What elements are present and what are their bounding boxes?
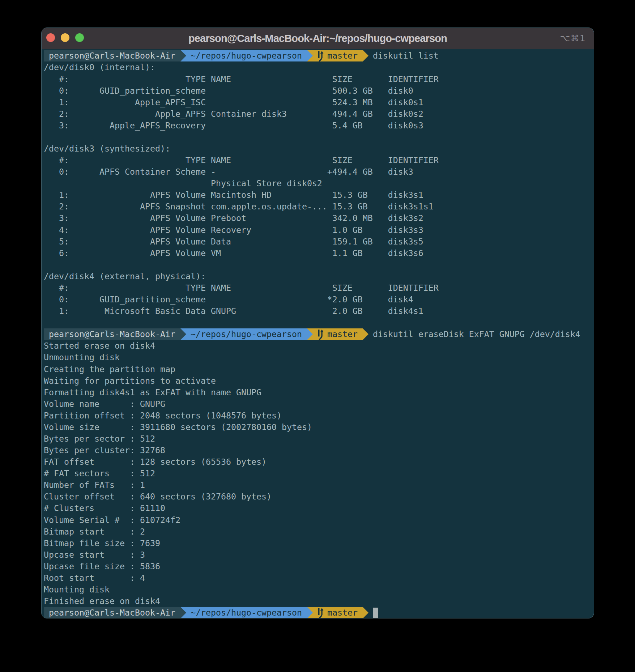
terminal-output-line: Unmounting disk bbox=[44, 352, 594, 363]
terminal-output-line: /dev/disk4 (external, physical): bbox=[44, 271, 594, 282]
prompt-path-segment: ~/repos/hugo-cwpearson bbox=[186, 50, 307, 61]
terminal-output-line: Bitmap start : 2 bbox=[44, 526, 594, 537]
window-titlebar[interactable]: pearson@Carls-MacBook-Air:~/repos/hugo-c… bbox=[42, 28, 594, 49]
prompt-path-segment: ~/repos/hugo-cwpearson bbox=[186, 328, 307, 340]
terminal-output-line: 3: Apple_APFS_Recovery 5.4 GB disk0s3 bbox=[44, 120, 594, 131]
prompt-line: pearson@Carls-MacBook-Air ~/repos/hugo-c… bbox=[44, 607, 594, 618]
terminal-output-line: 5: APFS Volume Data 159.1 GB disk3s5 bbox=[44, 236, 594, 247]
terminal-output-line: 0: GUID_partition_scheme *2.0 GB disk4 bbox=[44, 294, 594, 305]
powerline-arrow-icon bbox=[180, 50, 186, 61]
terminal-output-line: Upcase start : 3 bbox=[44, 549, 594, 561]
terminal-output-line: Root start : 4 bbox=[44, 572, 594, 584]
terminal-output-line: 3: APFS Volume Preboot 342.0 MB disk3s2 bbox=[44, 212, 594, 224]
prompt-git-segment: master bbox=[312, 328, 363, 340]
close-button[interactable] bbox=[46, 33, 55, 42]
terminal-output-line: /dev/disk3 (synthesized): bbox=[44, 143, 594, 154]
terminal-output-line: 0: GUID_partition_scheme 500.3 GB disk0 bbox=[44, 85, 594, 97]
terminal-output-line: Bytes per sector : 512 bbox=[44, 433, 594, 445]
window-title: pearson@Carls-MacBook-Air:~/repos/hugo-c… bbox=[188, 33, 447, 44]
terminal-output-line: Bitmap file size : 7639 bbox=[44, 537, 594, 549]
terminal-output-line: # Clusters : 61110 bbox=[44, 502, 594, 514]
terminal-output-line: Cluster offset : 640 sectors (327680 byt… bbox=[44, 491, 594, 502]
terminal-output-line: 1: APFS Volume Macintosh HD 15.3 GB disk… bbox=[44, 189, 594, 201]
terminal-output-line: FAT offset : 128 sectors (65536 bytes) bbox=[44, 456, 594, 468]
powerline-arrow-icon bbox=[180, 607, 186, 618]
powerline-arrow-icon bbox=[363, 607, 368, 618]
terminal-output-line: #: TYPE NAME SIZE IDENTIFIER bbox=[44, 154, 594, 166]
prompt-user-segment: pearson@Carls-MacBook-Air bbox=[44, 607, 180, 618]
terminal-output-line: 4: APFS Volume Recovery 1.0 GB disk3s3 bbox=[44, 224, 594, 236]
terminal-output-line: Volume name : GNUPG bbox=[44, 398, 594, 410]
prompt-git-segment: master bbox=[312, 50, 363, 61]
terminal-output-line: 6: APFS Volume VM 1.1 GB disk3s6 bbox=[44, 247, 594, 259]
terminal-cursor bbox=[373, 608, 378, 618]
terminal-screen[interactable]: pearson@Carls-MacBook-Air ~/repos/hugo-c… bbox=[42, 50, 594, 618]
terminal-output-line: Volume size : 3911680 sectors (200278016… bbox=[44, 421, 594, 433]
git-branch-label: master bbox=[322, 329, 363, 339]
terminal-output-line: Mounting disk bbox=[44, 584, 594, 595]
terminal-output-line: Finished erase on disk4 bbox=[44, 595, 594, 607]
terminal-window: pearson@Carls-MacBook-Air:~/repos/hugo-c… bbox=[41, 27, 594, 618]
terminal-output-line: 2: Apple_APFS Container disk3 494.4 GB d… bbox=[44, 108, 594, 120]
prompt-user-segment: pearson@Carls-MacBook-Air bbox=[44, 50, 180, 61]
command-text: diskutil eraseDisk ExFAT GNUPG /dev/disk… bbox=[373, 329, 580, 339]
git-branch-label: master bbox=[322, 51, 363, 60]
terminal-output-line: Waiting for partitions to activate bbox=[44, 375, 594, 387]
zoom-button[interactable] bbox=[75, 33, 84, 42]
terminal-output-line: 0: APFS Container Scheme - +494.4 GB dis… bbox=[44, 166, 594, 178]
powerline-arrow-icon bbox=[363, 50, 368, 61]
terminal-output-line: #: TYPE NAME SIZE IDENTIFIER bbox=[44, 73, 594, 85]
terminal-output-line: #: TYPE NAME SIZE IDENTIFIER bbox=[44, 282, 594, 294]
powerline-arrow-icon bbox=[307, 328, 312, 340]
command-text: diskutil list bbox=[373, 51, 439, 60]
powerline-arrow-icon bbox=[307, 50, 312, 61]
minimize-button[interactable] bbox=[61, 33, 69, 42]
powerline-arrow-icon bbox=[363, 328, 368, 340]
terminal-output-line bbox=[44, 131, 594, 143]
terminal-output-line: # FAT sectors : 512 bbox=[44, 468, 594, 479]
terminal-output-line: Physical Store disk0s2 bbox=[44, 178, 594, 189]
terminal-output-line: 1: Microsoft Basic Data GNUPG 2.0 GB dis… bbox=[44, 305, 594, 317]
desktop: { "window": { "title": "pearson@Carls-Ma… bbox=[0, 0, 635, 672]
window-shortcut-badge: ⌥⌘1 bbox=[560, 28, 586, 49]
powerline-arrow-icon bbox=[180, 328, 186, 340]
terminal-output-line: Partition offset : 2048 sectors (1048576… bbox=[44, 410, 594, 421]
terminal-output-line: 1: Apple_APFS_ISC 524.3 MB disk0s1 bbox=[44, 97, 594, 108]
git-branch-icon bbox=[317, 50, 322, 61]
terminal-output-line: Bytes per cluster: 32768 bbox=[44, 445, 594, 456]
terminal-output-line: Creating the partition map bbox=[44, 363, 594, 375]
powerline-arrow-icon bbox=[307, 607, 312, 618]
git-branch-icon bbox=[317, 328, 322, 340]
prompt-git-segment: master bbox=[312, 607, 363, 618]
terminal-output-line: Upcase file size : 5836 bbox=[44, 561, 594, 572]
prompt-path-segment: ~/repos/hugo-cwpearson bbox=[186, 607, 307, 618]
terminal-output-line: Volume Serial # : 610724f2 bbox=[44, 514, 594, 526]
prompt-line: pearson@Carls-MacBook-Air ~/repos/hugo-c… bbox=[44, 50, 594, 61]
git-branch-icon bbox=[317, 607, 322, 618]
prompt-line: pearson@Carls-MacBook-Air ~/repos/hugo-c… bbox=[44, 328, 594, 340]
terminal-output-line: 2: APFS Snapshot com.apple.os.update-...… bbox=[44, 201, 594, 212]
terminal-output-line bbox=[44, 259, 594, 271]
prompt-user-segment: pearson@Carls-MacBook-Air bbox=[44, 328, 180, 340]
terminal-output-line: Formatting disk4s1 as ExFAT with name GN… bbox=[44, 387, 594, 398]
git-branch-label: master bbox=[322, 608, 363, 617]
terminal-output-line: Number of FATs : 1 bbox=[44, 479, 594, 491]
terminal-output-line bbox=[44, 317, 594, 328]
